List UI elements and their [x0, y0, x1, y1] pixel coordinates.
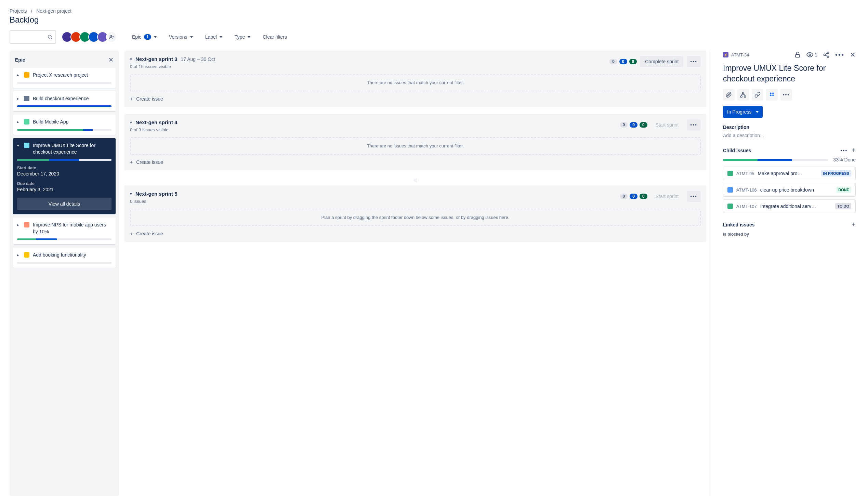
- child-issue-title: Make approval pro…: [758, 171, 818, 176]
- dropbox-button[interactable]: [766, 89, 778, 101]
- due-date-label: Due date: [17, 181, 111, 186]
- epic-panel-title: Epic: [15, 57, 25, 63]
- epic-name: Build checkout experience: [33, 95, 111, 102]
- sprint-subtitle: 0 of 3 issues visible: [130, 127, 177, 132]
- svg-rect-13: [741, 96, 742, 97]
- create-issue-button[interactable]: + Create issue: [130, 96, 701, 102]
- child-issue-key: ATMT-107: [736, 204, 757, 209]
- more-icon[interactable]: •••: [835, 51, 844, 59]
- filter-versions[interactable]: Versions: [168, 32, 194, 42]
- epic-card[interactable]: ▾ Improve UMUX Lite Score for checkout e…: [13, 138, 116, 214]
- svg-rect-14: [744, 96, 746, 97]
- toolbar: Epic 1 Versions Label Type Clear filters: [10, 30, 858, 44]
- epic-card[interactable]: ▸ Add booking functionality: [13, 248, 116, 268]
- plus-icon: +: [130, 159, 133, 165]
- search-box[interactable]: [10, 30, 56, 44]
- chevron-down-icon[interactable]: ▾: [130, 120, 132, 125]
- child-issue-row[interactable]: ATMT-106 clear-up price breakdown DONE: [723, 183, 856, 197]
- chevron-icon: ▸: [17, 119, 21, 124]
- epic-progress-bar: [17, 82, 111, 84]
- svg-point-0: [48, 35, 51, 38]
- sprints-column: ▾ Next-gen sprint 3 17 Aug – 30 Oct 0 of…: [124, 51, 709, 496]
- epic-name: Build Mobile App: [33, 119, 111, 126]
- child-issues-heading: Child issues: [723, 148, 751, 153]
- status-dropdown[interactable]: In Progress: [723, 106, 763, 118]
- sprint-counts: 0 0 0: [609, 59, 637, 64]
- sprint-dates: 17 Aug – 30 Oct: [181, 56, 215, 62]
- chevron-down-icon[interactable]: ▾: [130, 57, 132, 62]
- search-icon: [47, 34, 53, 40]
- issue-key[interactable]: ⚡ ATMT-34: [723, 52, 749, 57]
- due-date-value: February 3, 2021: [17, 187, 111, 192]
- epic-card[interactable]: ▸ Build checkout experience: [13, 91, 116, 112]
- epic-name: Project X research project: [33, 72, 111, 79]
- share-icon[interactable]: [823, 51, 830, 58]
- watch-button[interactable]: 1: [806, 51, 817, 58]
- chevron-icon: ▸: [17, 252, 21, 257]
- sprint-counts: 0 0 0: [620, 194, 647, 199]
- create-issue-button[interactable]: + Create issue: [130, 159, 701, 165]
- filter-label-label: Label: [205, 34, 217, 40]
- more-icon[interactable]: •••: [841, 148, 848, 153]
- more-actions-button[interactable]: •••: [780, 89, 792, 101]
- epic-progress-bar: [17, 105, 111, 107]
- child-issue-row[interactable]: ATMT-95 Make approval pro… IN PROGRESS: [723, 167, 856, 180]
- filter-epic[interactable]: Epic 1: [131, 32, 158, 42]
- create-issue-button[interactable]: + Create issue: [130, 231, 701, 236]
- sprint-name[interactable]: Next-gen sprint 3: [135, 56, 177, 62]
- done-count: 0: [629, 59, 637, 64]
- add-child-icon[interactable]: +: [852, 146, 856, 154]
- breadcrumb-project[interactable]: Next-gen project: [36, 8, 71, 14]
- create-issue-label: Create issue: [136, 231, 163, 236]
- epic-color-swatch: [24, 252, 29, 258]
- epic-color-swatch: [24, 119, 29, 125]
- filters: Epic 1 Versions Label Type Clear filters: [131, 32, 288, 42]
- chevron-down-icon[interactable]: ▾: [130, 192, 132, 196]
- create-issue-label: Create issue: [136, 159, 163, 165]
- child-issue-status: IN PROGRESS: [821, 170, 851, 177]
- filter-label[interactable]: Label: [204, 32, 224, 42]
- plus-icon: +: [130, 96, 133, 102]
- inprogress-count: 0: [619, 59, 627, 64]
- sprint-more-button[interactable]: •••: [687, 191, 701, 202]
- search-input[interactable]: [16, 34, 47, 40]
- epic-color-swatch: [24, 143, 29, 148]
- child-issue-row[interactable]: ATMT-107 Integrate additional serv… TO D…: [723, 199, 856, 213]
- close-icon[interactable]: ✕: [850, 51, 856, 59]
- svg-point-7: [827, 52, 829, 54]
- epic-card[interactable]: ▸ Build Mobile App: [13, 115, 116, 135]
- breadcrumb-projects[interactable]: Projects: [10, 8, 27, 14]
- chevron-icon: ▸: [17, 95, 21, 101]
- inprogress-count: 0: [630, 122, 637, 128]
- svg-line-1: [51, 38, 52, 39]
- lock-icon[interactable]: [794, 51, 801, 58]
- sprint-action-button[interactable]: Complete sprint: [640, 56, 683, 67]
- add-linked-icon[interactable]: +: [852, 221, 856, 229]
- sprint-name[interactable]: Next-gen sprint 4: [135, 119, 177, 125]
- attach-button[interactable]: [723, 89, 735, 101]
- clear-filters-button[interactable]: Clear filters: [261, 32, 288, 42]
- add-people-button[interactable]: [106, 31, 117, 42]
- story-icon: [727, 171, 733, 176]
- issue-title[interactable]: Improve UMUX Lite Score for checkout exp…: [723, 63, 856, 84]
- sprint-more-button[interactable]: •••: [687, 56, 701, 67]
- sprint-name[interactable]: Next-gen sprint 5: [135, 191, 177, 197]
- description-field[interactable]: Add a description...: [723, 133, 856, 138]
- view-all-details-button[interactable]: View all details: [17, 198, 111, 210]
- chevron-down-icon: [154, 36, 157, 38]
- epic-name: Improve NPS for mobile app users by 10%: [33, 222, 111, 235]
- child-issue-key: ATMT-106: [736, 187, 757, 193]
- close-icon[interactable]: ✕: [108, 56, 114, 64]
- drag-handle-icon[interactable]: ≡: [414, 177, 417, 183]
- sprint-more-button[interactable]: •••: [687, 119, 701, 130]
- done-count: 0: [640, 122, 647, 128]
- child-issue-key: ATMT-95: [736, 171, 754, 176]
- epic-card[interactable]: ▸ Improve NPS for mobile app users by 10…: [13, 218, 116, 244]
- filter-type[interactable]: Type: [233, 32, 252, 42]
- sprint: ▾ Next-gen sprint 3 17 Aug – 30 Oct 0 of…: [124, 51, 706, 107]
- add-child-button[interactable]: [737, 89, 749, 101]
- issue-key-label: ATMT-34: [731, 52, 749, 57]
- link-button[interactable]: [752, 89, 763, 101]
- epic-panel: Epic ✕ ▸ Project X research project ▸ Bu…: [10, 51, 119, 496]
- epic-card[interactable]: ▸ Project X research project: [13, 68, 116, 88]
